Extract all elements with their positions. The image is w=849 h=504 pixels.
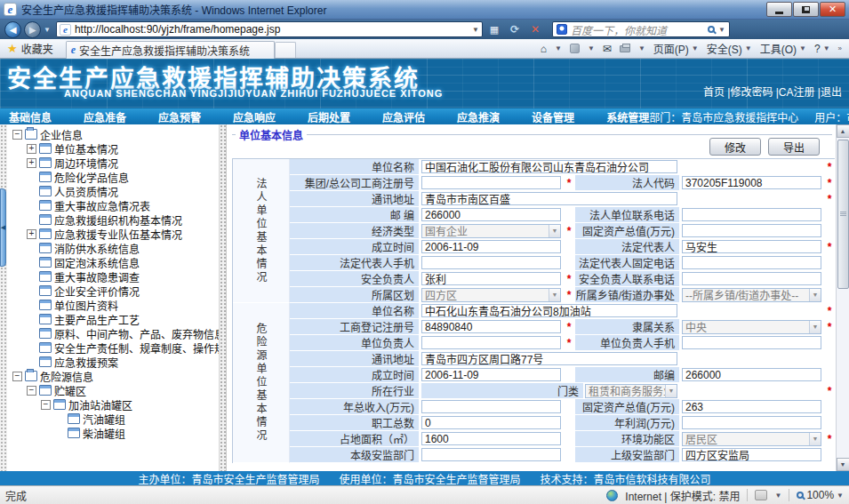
form-input[interactable]: [421, 352, 677, 365]
form-select[interactable]: 居民区▼: [682, 432, 821, 446]
refresh-button[interactable]: ⟳: [506, 21, 524, 37]
mail-icon[interactable]: ✉: [603, 43, 612, 55]
form-input[interactable]: [421, 336, 561, 349]
tree-node[interactable]: +单位基本情况: [7, 141, 219, 156]
scroll-down-icon[interactable]: ▼: [837, 458, 849, 471]
form-input[interactable]: [421, 304, 677, 317]
form-input[interactable]: [682, 256, 821, 269]
tree-node[interactable]: 原料、中间产物、产品、废弃物信息: [7, 326, 219, 340]
tools-menu[interactable]: 工具(O)▼: [760, 41, 806, 56]
scrollbar-thumb[interactable]: [837, 140, 849, 289]
menu-item-3[interactable]: 应急响应: [233, 109, 276, 124]
form-input[interactable]: [682, 224, 821, 237]
more-commands-chevron[interactable]: »: [838, 44, 842, 52]
tree-node[interactable]: −危险源信息: [7, 369, 219, 383]
form-input[interactable]: [421, 432, 561, 445]
menu-item-5[interactable]: 应急评估: [382, 109, 425, 124]
form-select[interactable]: 租赁和商务服务业▼: [585, 384, 677, 398]
banner-link-1[interactable]: 修改密码: [730, 86, 773, 99]
tree-node[interactable]: −加油站油罐区: [7, 397, 219, 412]
tree-collapse-icon[interactable]: −: [12, 372, 22, 381]
form-input[interactable]: [682, 336, 821, 349]
tree-node[interactable]: +周边环境情况: [7, 156, 219, 170]
form-input[interactable]: [682, 240, 821, 253]
menu-item-4[interactable]: 后期处置: [308, 109, 350, 124]
tree-node[interactable]: 柴油罐组: [7, 426, 219, 440]
menu-item-1[interactable]: 应急准备: [84, 109, 126, 124]
tree-node[interactable]: −贮罐区: [7, 383, 219, 397]
help-menu[interactable]: ?▼: [814, 43, 830, 55]
banner-link-2[interactable]: CA注册: [779, 86, 815, 99]
form-input[interactable]: [682, 368, 821, 381]
zoom-mode-dropdown-icon[interactable]: ▼: [774, 492, 781, 500]
export-button[interactable]: 导出: [768, 138, 820, 156]
tree-node[interactable]: +应急救援专业队伍基本情况: [7, 227, 219, 241]
form-input[interactable]: [421, 400, 561, 413]
print-dropdown-icon[interactable]: ▼: [638, 44, 645, 52]
tree-node[interactable]: 应急救援预案: [7, 355, 219, 369]
minimize-button[interactable]: [766, 2, 792, 17]
form-input[interactable]: [421, 272, 561, 285]
tree-expand-icon[interactable]: +: [27, 229, 36, 239]
modify-button[interactable]: 修改: [709, 138, 761, 156]
tree-collapse-icon[interactable]: −: [27, 386, 36, 396]
safety-menu[interactable]: 安全(S)▼: [707, 41, 752, 56]
rss-feed-icon[interactable]: [570, 44, 580, 53]
tree-collapse-icon[interactable]: −: [12, 130, 22, 140]
forward-button[interactable]: ▶: [24, 21, 41, 38]
search-icon[interactable]: [708, 26, 715, 33]
tree-splitter[interactable]: [219, 124, 227, 471]
form-input[interactable]: [682, 208, 821, 221]
form-select[interactable]: 中央▼: [682, 320, 821, 334]
tree-node[interactable]: 安全生产责任制、规章制度、操作规程信息: [7, 340, 219, 355]
form-input[interactable]: [421, 368, 561, 381]
menu-item-2[interactable]: 应急预警: [158, 109, 201, 124]
print-icon[interactable]: [620, 45, 630, 52]
form-input[interactable]: [421, 416, 561, 429]
address-input[interactable]: e http://localhost:90/yjzh/frame/homepag…: [56, 21, 483, 37]
home-dropdown-icon[interactable]: ▼: [555, 44, 562, 52]
form-select[interactable]: 国有企业▼: [421, 224, 561, 238]
favorites-star-icon[interactable]: ★: [7, 42, 18, 55]
form-input[interactable]: [421, 192, 677, 205]
browser-tab[interactable]: e 安全生产应急救援指挥辅助决策系统: [66, 41, 275, 59]
form-input[interactable]: [421, 160, 677, 173]
scroll-up-icon[interactable]: ▲: [837, 124, 849, 138]
form-input[interactable]: [682, 416, 821, 429]
tree-node[interactable]: 应急救援组织机构基本情况: [7, 212, 219, 227]
form-input[interactable]: [421, 320, 561, 333]
form-input[interactable]: [421, 256, 561, 269]
tree-node[interactable]: 主要产品生产工艺: [7, 312, 219, 326]
menu-item-6[interactable]: 应急推演: [457, 109, 500, 124]
tree-collapse-icon[interactable]: −: [41, 400, 51, 410]
form-input[interactable]: [682, 176, 821, 189]
page-menu[interactable]: 页面(P)▼: [653, 41, 699, 56]
panel-collapse-handle[interactable]: ◀: [0, 188, 6, 267]
menu-item-7[interactable]: 设备管理: [532, 109, 574, 124]
tree-expand-icon[interactable]: +: [27, 144, 36, 154]
vertical-scrollbar[interactable]: ▲ ▼: [836, 124, 849, 471]
form-input[interactable]: [421, 208, 561, 221]
tree-node[interactable]: 企业安全评价情况: [7, 284, 219, 298]
tree-node[interactable]: −企业信息: [7, 127, 219, 141]
address-dropdown-icon[interactable]: ▼: [472, 26, 479, 34]
history-dropdown-icon[interactable]: ▼: [44, 26, 51, 34]
tree-node[interactable]: 危险化学品信息: [7, 170, 219, 184]
banner-link-0[interactable]: 首页: [703, 86, 725, 99]
form-select[interactable]: 四方区▼: [421, 288, 561, 302]
menu-item-8[interactable]: 系统管理: [606, 109, 649, 124]
form-input[interactable]: [682, 272, 821, 285]
feeds-dropdown-icon[interactable]: ▼: [588, 44, 595, 52]
form-input[interactable]: [682, 448, 821, 461]
tree-node[interactable]: 重大事故应急情况表: [7, 198, 219, 212]
form-input[interactable]: [421, 176, 561, 189]
tree-node[interactable]: 重大事故隐患调查: [7, 269, 219, 284]
tree-node[interactable]: 消防供水系统信息: [7, 241, 219, 255]
search-input[interactable]: 百度一下，你就知道 ▼: [552, 21, 730, 37]
zoom-mode-icon[interactable]: [755, 490, 767, 500]
stop-button[interactable]: ✕: [526, 21, 544, 37]
tree-expand-icon[interactable]: +: [27, 158, 36, 168]
tree-node[interactable]: 固定泡沫系统信息: [7, 255, 219, 269]
form-input[interactable]: [682, 400, 821, 413]
zoom-control[interactable]: 100% ▼: [797, 489, 844, 501]
